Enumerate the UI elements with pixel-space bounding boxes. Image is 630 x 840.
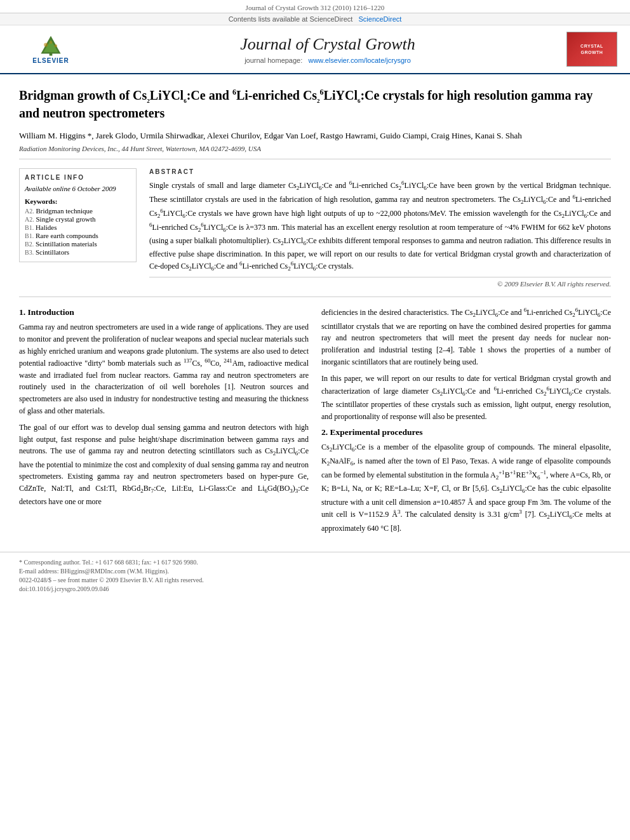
elsevier-text: ELSEVIER	[32, 57, 69, 64]
section1-para4: In this paper, we will report on our res…	[321, 373, 611, 422]
homepage-url[interactable]: www.elsevier.com/locate/jcrysgro	[308, 57, 410, 64]
journal-homepage: journal homepage: www.elsevier.com/locat…	[102, 57, 554, 64]
journal-title: Journal of Crystal Growth	[102, 35, 554, 54]
abstract-column: ABSTRACT Single crystals of small and la…	[149, 168, 611, 288]
header-left: ELSEVIER	[13, 32, 102, 67]
header-right: CRYSTALGROWTH	[554, 32, 617, 67]
body-right-column: deficiencies in the desired characterist…	[321, 306, 611, 539]
elsevier-logo: ELSEVIER	[13, 32, 89, 67]
header-section: ELSEVIER Journal of Crystal Growth journ…	[0, 25, 630, 74]
section1-para2: The goal of our effort was to develop du…	[19, 422, 309, 508]
svg-point-5	[50, 41, 53, 44]
star-footnote: * Corresponding author. Tel.: +1 617 668…	[19, 559, 611, 566]
list-item: B3. Scintillators	[25, 248, 131, 256]
body-content: 1. Introduction Gamma ray and neutron sp…	[19, 306, 611, 539]
header-center: Journal of Crystal Growth journal homepa…	[102, 35, 554, 64]
svg-point-3	[44, 43, 48, 46]
email-footnote: E-mail address: BHiggins@RMDInc.com (W.M…	[19, 568, 611, 575]
section2-text: Cs2LiYCl6:Ce is a member of the elpasoli…	[321, 441, 611, 534]
main-content: Bridgman growth of Cs2LiYCl6:Ce and 6Li-…	[0, 74, 630, 552]
keywords-list: A2. Bridgman technique A2. Single crysta…	[25, 207, 131, 256]
contents-label: Contents lists available at ScienceDirec…	[229, 15, 353, 23]
section1-heading: 1. Introduction	[19, 307, 309, 317]
section1-para3: deficiencies in the desired characterist…	[321, 306, 611, 368]
section2-heading: 2. Experimental procedures	[321, 427, 611, 437]
article-info-column: ARTICLE INFO Available online 6 October …	[19, 168, 137, 288]
keywords-title: Keywords:	[25, 197, 131, 205]
crystal-growth-logo-text: CRYSTALGROWTH	[579, 42, 605, 56]
list-item: B1. Rare earth compounds	[25, 232, 131, 239]
crystal-growth-logo: CRYSTALGROWTH	[566, 32, 617, 67]
journal-citation: Journal of Crystal Growth 312 (2010) 121…	[246, 4, 385, 11]
svg-point-4	[54, 44, 57, 47]
journal-top-bar: Journal of Crystal Growth 312 (2010) 121…	[0, 0, 630, 13]
section1-para1: Gamma ray and neutron spectrometers are …	[19, 321, 309, 417]
authors: William M. Higgins *, Jarek Glodo, Urmil…	[19, 131, 611, 141]
copyright: © 2009 Elsevier B.V. All rights reserved…	[149, 277, 611, 288]
affiliation-text: Radiation Monitoring Devices, Inc., 44 H…	[19, 145, 261, 152]
available-online: Available online 6 October 2009	[25, 185, 131, 192]
homepage-label: journal homepage:	[245, 57, 302, 64]
article-title: Bridgman growth of Cs2LiYCl6:Ce and 6Li-…	[19, 87, 611, 122]
page-wrapper: Journal of Crystal Growth 312 (2010) 121…	[0, 0, 630, 601]
list-item: A2. Bridgman technique	[25, 207, 131, 215]
article-info-box: ARTICLE INFO Available online 6 October …	[19, 168, 137, 262]
contents-bar: Contents lists available at ScienceDirec…	[0, 13, 630, 25]
article-info-title: ARTICLE INFO	[25, 174, 131, 181]
list-item: B2. Scintillation materials	[25, 240, 131, 248]
footer-section: * Corresponding author. Tel.: +1 617 668…	[0, 552, 630, 601]
abstract-text: Single crystals of small and large diame…	[149, 179, 611, 273]
article-info-abstract-row: ARTICLE INFO Available online 6 October …	[19, 168, 611, 288]
authors-text: William M. Higgins *, Jarek Glodo, Urmil…	[19, 131, 522, 140]
body-left-column: 1. Introduction Gamma ray and neutron sp…	[19, 306, 309, 539]
doi-footnote: doi:10.1016/j.jcrysgro.2009.09.046	[19, 585, 611, 592]
elsevier-tree-icon	[35, 35, 67, 57]
sciencedirect-link[interactable]: ScienceDirect	[358, 15, 401, 23]
issn-footnote: 0022-0248/$ – see front matter © 2009 El…	[19, 577, 611, 583]
abstract-title: ABSTRACT	[149, 168, 611, 175]
list-item: B1. Halides	[25, 223, 131, 231]
affiliation: Radiation Monitoring Devices, Inc., 44 H…	[19, 145, 611, 159]
section-divider	[19, 297, 611, 297]
list-item: A2. Single crystal growth	[25, 215, 131, 223]
